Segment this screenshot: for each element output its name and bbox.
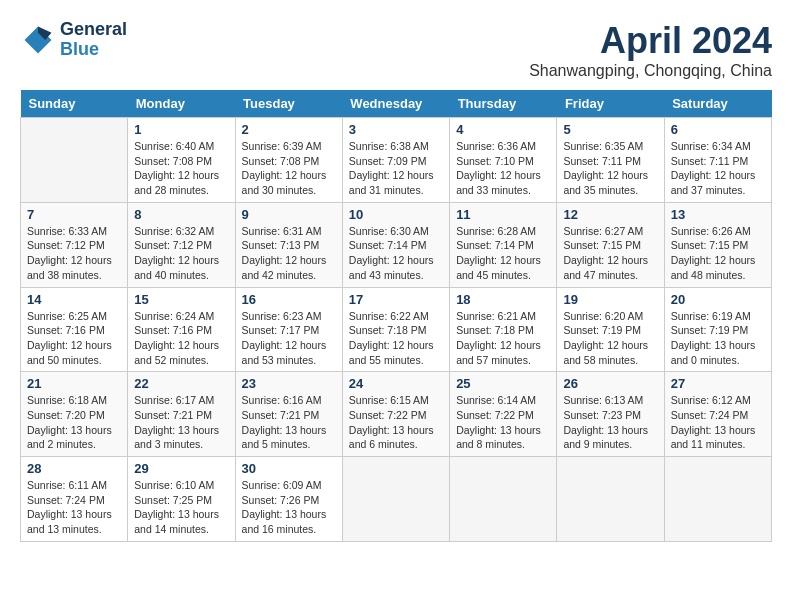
day-number: 25 [456, 376, 550, 391]
day-number: 9 [242, 207, 336, 222]
calendar-cell: 7Sunrise: 6:33 AM Sunset: 7:12 PM Daylig… [21, 202, 128, 287]
day-info: Sunrise: 6:39 AM Sunset: 7:08 PM Dayligh… [242, 139, 336, 198]
calendar-cell: 23Sunrise: 6:16 AM Sunset: 7:21 PM Dayli… [235, 372, 342, 457]
calendar-cell: 11Sunrise: 6:28 AM Sunset: 7:14 PM Dayli… [450, 202, 557, 287]
calendar-cell: 2Sunrise: 6:39 AM Sunset: 7:08 PM Daylig… [235, 118, 342, 203]
calendar-header-saturday: Saturday [664, 90, 771, 118]
day-info: Sunrise: 6:17 AM Sunset: 7:21 PM Dayligh… [134, 393, 228, 452]
day-info: Sunrise: 6:38 AM Sunset: 7:09 PM Dayligh… [349, 139, 443, 198]
calendar-cell: 10Sunrise: 6:30 AM Sunset: 7:14 PM Dayli… [342, 202, 449, 287]
calendar-cell [342, 457, 449, 542]
day-info: Sunrise: 6:25 AM Sunset: 7:16 PM Dayligh… [27, 309, 121, 368]
calendar-cell: 14Sunrise: 6:25 AM Sunset: 7:16 PM Dayli… [21, 287, 128, 372]
calendar-cell: 16Sunrise: 6:23 AM Sunset: 7:17 PM Dayli… [235, 287, 342, 372]
subtitle: Shanwangping, Chongqing, China [529, 62, 772, 80]
calendar-week-4: 21Sunrise: 6:18 AM Sunset: 7:20 PM Dayli… [21, 372, 772, 457]
calendar-cell: 29Sunrise: 6:10 AM Sunset: 7:25 PM Dayli… [128, 457, 235, 542]
day-info: Sunrise: 6:35 AM Sunset: 7:11 PM Dayligh… [563, 139, 657, 198]
day-info: Sunrise: 6:16 AM Sunset: 7:21 PM Dayligh… [242, 393, 336, 452]
calendar-cell: 20Sunrise: 6:19 AM Sunset: 7:19 PM Dayli… [664, 287, 771, 372]
day-number: 6 [671, 122, 765, 137]
calendar-header-sunday: Sunday [21, 90, 128, 118]
calendar-cell [557, 457, 664, 542]
day-info: Sunrise: 6:26 AM Sunset: 7:15 PM Dayligh… [671, 224, 765, 283]
calendar-table: SundayMondayTuesdayWednesdayThursdayFrid… [20, 90, 772, 542]
day-info: Sunrise: 6:12 AM Sunset: 7:24 PM Dayligh… [671, 393, 765, 452]
calendar-cell [664, 457, 771, 542]
calendar-cell [450, 457, 557, 542]
day-info: Sunrise: 6:14 AM Sunset: 7:22 PM Dayligh… [456, 393, 550, 452]
day-info: Sunrise: 6:27 AM Sunset: 7:15 PM Dayligh… [563, 224, 657, 283]
logo-line1: General [60, 20, 127, 40]
day-number: 17 [349, 292, 443, 307]
calendar-header-row: SundayMondayTuesdayWednesdayThursdayFrid… [21, 90, 772, 118]
day-number: 13 [671, 207, 765, 222]
calendar-cell: 1Sunrise: 6:40 AM Sunset: 7:08 PM Daylig… [128, 118, 235, 203]
calendar-week-3: 14Sunrise: 6:25 AM Sunset: 7:16 PM Dayli… [21, 287, 772, 372]
day-info: Sunrise: 6:36 AM Sunset: 7:10 PM Dayligh… [456, 139, 550, 198]
day-info: Sunrise: 6:10 AM Sunset: 7:25 PM Dayligh… [134, 478, 228, 537]
calendar-header-thursday: Thursday [450, 90, 557, 118]
day-info: Sunrise: 6:19 AM Sunset: 7:19 PM Dayligh… [671, 309, 765, 368]
calendar-cell: 24Sunrise: 6:15 AM Sunset: 7:22 PM Dayli… [342, 372, 449, 457]
day-number: 5 [563, 122, 657, 137]
calendar-header-friday: Friday [557, 90, 664, 118]
day-info: Sunrise: 6:34 AM Sunset: 7:11 PM Dayligh… [671, 139, 765, 198]
day-info: Sunrise: 6:28 AM Sunset: 7:14 PM Dayligh… [456, 224, 550, 283]
header: General Blue April 2024 Shanwangping, Ch… [20, 20, 772, 80]
day-number: 12 [563, 207, 657, 222]
day-info: Sunrise: 6:33 AM Sunset: 7:12 PM Dayligh… [27, 224, 121, 283]
day-number: 22 [134, 376, 228, 391]
calendar-cell: 26Sunrise: 6:13 AM Sunset: 7:23 PM Dayli… [557, 372, 664, 457]
calendar-cell: 12Sunrise: 6:27 AM Sunset: 7:15 PM Dayli… [557, 202, 664, 287]
day-number: 27 [671, 376, 765, 391]
calendar-header-monday: Monday [128, 90, 235, 118]
day-number: 23 [242, 376, 336, 391]
day-number: 16 [242, 292, 336, 307]
calendar-cell: 22Sunrise: 6:17 AM Sunset: 7:21 PM Dayli… [128, 372, 235, 457]
calendar-cell: 15Sunrise: 6:24 AM Sunset: 7:16 PM Dayli… [128, 287, 235, 372]
day-info: Sunrise: 6:32 AM Sunset: 7:12 PM Dayligh… [134, 224, 228, 283]
calendar-cell: 4Sunrise: 6:36 AM Sunset: 7:10 PM Daylig… [450, 118, 557, 203]
day-info: Sunrise: 6:31 AM Sunset: 7:13 PM Dayligh… [242, 224, 336, 283]
day-info: Sunrise: 6:30 AM Sunset: 7:14 PM Dayligh… [349, 224, 443, 283]
day-number: 20 [671, 292, 765, 307]
logo-text: General Blue [60, 20, 127, 60]
logo: General Blue [20, 20, 127, 60]
calendar-cell: 28Sunrise: 6:11 AM Sunset: 7:24 PM Dayli… [21, 457, 128, 542]
calendar-cell: 17Sunrise: 6:22 AM Sunset: 7:18 PM Dayli… [342, 287, 449, 372]
day-info: Sunrise: 6:18 AM Sunset: 7:20 PM Dayligh… [27, 393, 121, 452]
day-info: Sunrise: 6:21 AM Sunset: 7:18 PM Dayligh… [456, 309, 550, 368]
day-number: 4 [456, 122, 550, 137]
day-number: 24 [349, 376, 443, 391]
calendar-cell [21, 118, 128, 203]
day-number: 15 [134, 292, 228, 307]
calendar-cell: 8Sunrise: 6:32 AM Sunset: 7:12 PM Daylig… [128, 202, 235, 287]
logo-icon [20, 22, 56, 58]
calendar-cell: 9Sunrise: 6:31 AM Sunset: 7:13 PM Daylig… [235, 202, 342, 287]
day-number: 3 [349, 122, 443, 137]
day-info: Sunrise: 6:23 AM Sunset: 7:17 PM Dayligh… [242, 309, 336, 368]
day-number: 29 [134, 461, 228, 476]
calendar-cell: 30Sunrise: 6:09 AM Sunset: 7:26 PM Dayli… [235, 457, 342, 542]
calendar-cell: 3Sunrise: 6:38 AM Sunset: 7:09 PM Daylig… [342, 118, 449, 203]
calendar-cell: 6Sunrise: 6:34 AM Sunset: 7:11 PM Daylig… [664, 118, 771, 203]
day-number: 8 [134, 207, 228, 222]
main-title: April 2024 [529, 20, 772, 62]
calendar-week-2: 7Sunrise: 6:33 AM Sunset: 7:12 PM Daylig… [21, 202, 772, 287]
calendar-header-wednesday: Wednesday [342, 90, 449, 118]
day-info: Sunrise: 6:20 AM Sunset: 7:19 PM Dayligh… [563, 309, 657, 368]
calendar-week-5: 28Sunrise: 6:11 AM Sunset: 7:24 PM Dayli… [21, 457, 772, 542]
day-info: Sunrise: 6:09 AM Sunset: 7:26 PM Dayligh… [242, 478, 336, 537]
day-number: 11 [456, 207, 550, 222]
day-number: 21 [27, 376, 121, 391]
calendar-cell: 27Sunrise: 6:12 AM Sunset: 7:24 PM Dayli… [664, 372, 771, 457]
calendar-cell: 21Sunrise: 6:18 AM Sunset: 7:20 PM Dayli… [21, 372, 128, 457]
day-info: Sunrise: 6:11 AM Sunset: 7:24 PM Dayligh… [27, 478, 121, 537]
calendar-cell: 19Sunrise: 6:20 AM Sunset: 7:19 PM Dayli… [557, 287, 664, 372]
title-area: April 2024 Shanwangping, Chongqing, Chin… [529, 20, 772, 80]
day-number: 19 [563, 292, 657, 307]
calendar-week-1: 1Sunrise: 6:40 AM Sunset: 7:08 PM Daylig… [21, 118, 772, 203]
day-number: 1 [134, 122, 228, 137]
day-info: Sunrise: 6:13 AM Sunset: 7:23 PM Dayligh… [563, 393, 657, 452]
